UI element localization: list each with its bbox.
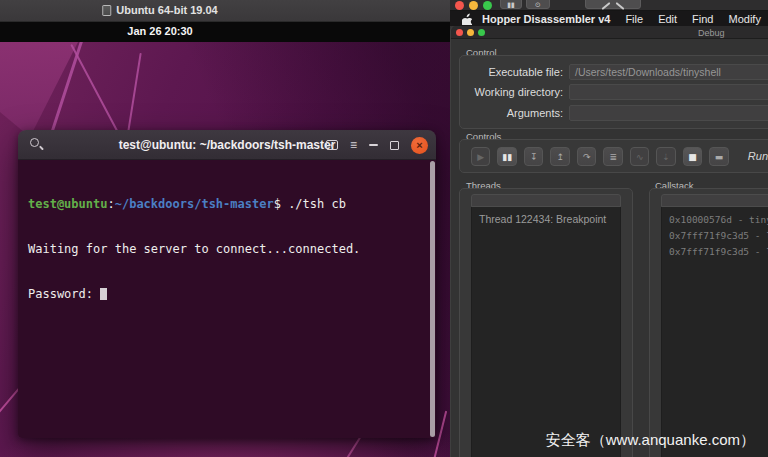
vm-window-titlebar[interactable]: Ubuntu 64-bit 19.04 bbox=[0, 0, 450, 22]
callstack-row[interactable]: 0x10000576d - tinyshel bbox=[669, 212, 768, 228]
stop-icon[interactable]: ■ bbox=[683, 147, 702, 166]
callstack-row[interactable]: 0x7fff71f9c3d5 - libdy bbox=[669, 228, 768, 244]
wrench-icon bbox=[602, 2, 611, 10]
prompt-dollar: $ bbox=[274, 197, 281, 211]
apple-menu-icon[interactable] bbox=[462, 13, 472, 25]
ubuntu-vm-pane: Ubuntu 64-bit 19.04 Jan 26 20:30 bbox=[0, 0, 450, 457]
magnifier-glass bbox=[30, 138, 39, 147]
menu-edit[interactable]: Edit bbox=[658, 13, 677, 25]
vm-window-title-group: Ubuntu 64-bit 19.04 bbox=[102, 4, 217, 16]
terminal-body[interactable]: test@ubuntu:~/backdoors/tsh-master$ ./ts… bbox=[18, 160, 436, 438]
minimize-icon[interactable] bbox=[469, 1, 478, 10]
working-directory-label: Working directory: bbox=[460, 86, 563, 98]
executable-file-label: Executable file: bbox=[460, 66, 563, 78]
host-window-traffic-lights bbox=[455, 1, 492, 10]
terminal-cursor bbox=[100, 288, 107, 300]
close-icon[interactable]: × bbox=[411, 137, 428, 154]
wallpaper-line bbox=[70, 44, 123, 142]
anquanke-watermark: 安全客（www.anquanke.com） bbox=[546, 431, 755, 450]
callstack-row[interactable]: 0x7fff71f9c3d5 - libdy bbox=[669, 244, 768, 260]
terminal-title: test@ubuntu: ~/backdoors/tsh-master bbox=[119, 138, 336, 152]
vm-window-title: Ubuntu 64-bit 19.04 bbox=[116, 4, 217, 16]
step-thread-icon[interactable]: ⇣ bbox=[656, 147, 675, 166]
settings-tools-icon[interactable] bbox=[585, 0, 641, 9]
snapshots-icon[interactable]: ⊙ bbox=[526, 0, 550, 9]
pause-vm-icon[interactable]: ▮▮ bbox=[500, 0, 522, 9]
new-window-icon[interactable]: ▾ bbox=[326, 140, 338, 150]
pause-icon[interactable]: ▮▮ bbox=[497, 147, 516, 166]
executable-file-field[interactable]: /Users/test/Downloads/tinyshell bbox=[569, 64, 768, 80]
control-group-box: Executable file: /Users/test/Downloads/t… bbox=[459, 55, 768, 129]
clock[interactable]: Jan 26 20:30 bbox=[127, 25, 192, 37]
detach-icon[interactable]: ▬ bbox=[709, 147, 728, 166]
zoom-icon[interactable] bbox=[483, 1, 492, 10]
threads-table-header[interactable] bbox=[471, 194, 621, 207]
menubar-app-name[interactable]: Hopper Disassembler v4 bbox=[482, 13, 610, 25]
ubuntu-desktop-wallpaper: test@ubuntu: ~/backdoors/tsh-master ▾ ≡ … bbox=[0, 42, 450, 457]
threads-table[interactable]: Thread 122434: Breakpoint bbox=[471, 207, 621, 457]
continue-icon[interactable]: ▶ bbox=[471, 147, 490, 166]
terminal-prompt-line: test@ubuntu:~/backdoors/tsh-master$ ./ts… bbox=[28, 197, 426, 212]
password-prompt: Password: bbox=[28, 287, 100, 301]
debug-window-traffic-lights bbox=[456, 29, 485, 36]
terminal-window-controls: ▾ ≡ × bbox=[326, 130, 428, 160]
close-icon[interactable] bbox=[455, 1, 464, 10]
prompt-user: test@ubuntu bbox=[28, 197, 107, 211]
terminal-output-line: Waiting for the server to connect...conn… bbox=[28, 242, 426, 257]
vm-document-icon bbox=[102, 5, 111, 16]
search-icon[interactable] bbox=[28, 137, 46, 153]
working-directory-row: Working directory: bbox=[460, 84, 768, 101]
menu-file[interactable]: File bbox=[625, 13, 643, 25]
prompt-colon: : bbox=[107, 197, 114, 211]
macos-menubar: Hopper Disassembler v4 File Edit Find Mo… bbox=[450, 11, 768, 26]
terminal-scrollbar[interactable] bbox=[430, 161, 435, 437]
screenshot-root: Ubuntu 64-bit 19.04 Jan 26 20:30 bbox=[0, 0, 768, 457]
thread-row[interactable]: Thread 122434: Breakpoint bbox=[479, 212, 613, 227]
debugger-status: Running... bbox=[748, 150, 768, 162]
macos-pane: ▮▮ ⊙ Hopper Disassembler v4 File Edit Fi… bbox=[450, 0, 768, 457]
controls-group-box: ▶ ▮▮ ↧ ↥ ↷ ≣ ∿ ⇣ ■ ▬ Running... bbox=[459, 139, 768, 173]
terminal-command: ./tsh cb bbox=[281, 197, 346, 211]
screwdriver-icon bbox=[616, 2, 625, 10]
zoom-icon[interactable] bbox=[478, 29, 485, 36]
trace-icon[interactable]: ∿ bbox=[630, 147, 649, 166]
terminal-window: test@ubuntu: ~/backdoors/tsh-master ▾ ≡ … bbox=[18, 130, 436, 438]
vmware-host-toolbar: ▮▮ ⊙ bbox=[450, 0, 768, 11]
step-instruction-icon[interactable]: ≣ bbox=[603, 147, 622, 166]
callstack-table[interactable]: 0x10000576d - tinyshel 0x7fff71f9c3d5 - … bbox=[661, 207, 768, 457]
wallpaper-shape bbox=[0, 42, 120, 137]
prompt-path: ~/backdoors/tsh-master bbox=[115, 197, 274, 211]
hopper-debug-window: Debug Control Executable file: /Users/te… bbox=[450, 26, 768, 457]
minimize-icon[interactable] bbox=[467, 29, 474, 36]
callstack-group-box: 0x10000576d - tinyshel 0x7fff71f9c3d5 - … bbox=[649, 188, 768, 457]
magnifier-handle bbox=[39, 145, 44, 150]
working-directory-field[interactable] bbox=[569, 84, 768, 100]
step-into-icon[interactable]: ↧ bbox=[524, 147, 543, 166]
arguments-row: Arguments: bbox=[460, 104, 768, 121]
arguments-label: Arguments: bbox=[460, 107, 563, 119]
gnome-top-bar[interactable]: Jan 26 20:30 bbox=[0, 22, 450, 42]
callstack-table-header[interactable] bbox=[661, 194, 768, 207]
menu-find[interactable]: Find bbox=[692, 13, 713, 25]
terminal-password-line: Password: bbox=[28, 287, 426, 302]
menu-modify[interactable]: Modify bbox=[729, 13, 761, 25]
executable-file-row: Executable file: /Users/test/Downloads/t… bbox=[460, 63, 768, 80]
callstack-panel: 0x10000576d - tinyshel 0x7fff71f9c3d5 - … bbox=[661, 194, 768, 457]
debug-window-title: Debug bbox=[698, 28, 725, 38]
maximize-icon[interactable] bbox=[390, 141, 399, 150]
step-out-icon[interactable]: ↥ bbox=[550, 147, 569, 166]
menu-icon[interactable]: ≡ bbox=[350, 139, 357, 151]
close-icon[interactable] bbox=[456, 29, 463, 36]
terminal-titlebar[interactable]: test@ubuntu: ~/backdoors/tsh-master ▾ ≡ … bbox=[18, 130, 436, 160]
debug-window-titlebar[interactable]: Debug bbox=[451, 26, 768, 39]
minimize-icon[interactable] bbox=[369, 144, 378, 146]
threads-group-box: Thread 122434: Breakpoint bbox=[459, 188, 633, 457]
arguments-field[interactable] bbox=[569, 105, 768, 121]
step-over-icon[interactable]: ↷ bbox=[577, 147, 596, 166]
threads-panel: Thread 122434: Breakpoint bbox=[471, 194, 621, 457]
